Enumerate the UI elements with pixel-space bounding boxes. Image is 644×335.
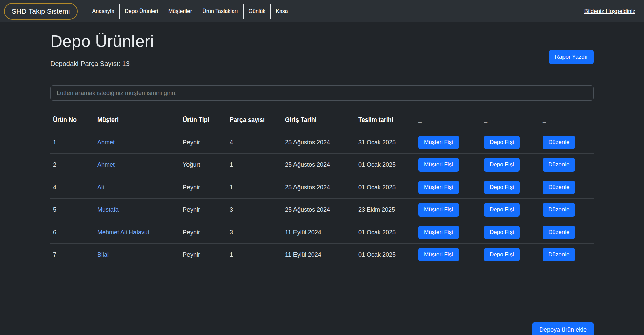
cell-parca-sayisi: 1: [227, 176, 282, 199]
column-header-5: Teslim tarihi: [356, 108, 416, 131]
customer-link[interactable]: Bilal: [97, 251, 109, 258]
cell-action-2: Düzenle: [540, 221, 594, 244]
page-title: Depo Ürünleri: [50, 31, 154, 51]
print-report-button[interactable]: Rapor Yazdır: [549, 50, 594, 64]
cell-musteri: Mustafa: [95, 199, 180, 221]
cell-action-1: Depo Fişi: [481, 221, 540, 244]
cell-urun-tipi: Peynir: [180, 244, 227, 266]
cell-teslim-tarihi: 01 Ocak 2025: [356, 221, 416, 244]
cell-action-1: Depo Fişi: [481, 176, 540, 199]
warehouse-receipt-button[interactable]: Depo Fişi: [484, 158, 520, 172]
cell-urun-no: 6: [50, 221, 95, 244]
edit-button[interactable]: Düzenle: [543, 248, 575, 261]
cell-urun-no: 5: [50, 199, 95, 221]
cell-urun-tipi: Peynir: [180, 221, 227, 244]
cell-parca-sayisi: 3: [227, 221, 282, 244]
table-head: Ürün NoMüşteriÜrün TipiParça sayısıGiriş…: [50, 108, 594, 131]
customer-link[interactable]: Mehmet Ali Halavut: [97, 229, 149, 236]
cell-parca-sayisi: 3: [227, 199, 282, 221]
customer-receipt-button[interactable]: Müşteri Fişi: [418, 181, 459, 194]
cell-action-2: Düzenle: [540, 244, 594, 266]
page-header: Depo Ürünleri Depodaki Parça Sayısı: 13 …: [50, 31, 594, 68]
table-row: 5MustafaPeynir325 Ağustos 202423 Ekim 20…: [50, 199, 594, 221]
table-header-row: Ürün NoMüşteriÜrün TipiParça sayısıGiriş…: [50, 108, 594, 131]
part-count-subtitle: Depodaki Parça Sayısı: 13: [50, 60, 154, 68]
warehouse-receipt-button[interactable]: Depo Fişi: [484, 181, 520, 194]
table-body: 1AhmetPeynir425 Ağustos 202431 Ocak 2025…: [50, 131, 594, 266]
cell-action-0: Müşteri Fişi: [416, 199, 481, 221]
cell-musteri: Bilal: [95, 244, 180, 266]
warehouse-receipt-button[interactable]: Depo Fişi: [484, 136, 520, 149]
cell-action-0: Müşteri Fişi: [416, 176, 481, 199]
cell-action-0: Müşteri Fişi: [416, 131, 481, 154]
customer-link[interactable]: Ali: [97, 184, 104, 191]
cell-urun-tipi: Peynir: [180, 176, 227, 199]
customer-link[interactable]: Ahmet: [97, 161, 115, 168]
cell-giris-tarihi: 11 Eylül 2024: [282, 221, 356, 244]
cell-musteri: Mehmet Ali Halavut: [95, 221, 180, 244]
cell-action-1: Depo Fişi: [481, 131, 540, 154]
table-row: 6Mehmet Ali HalavutPeynir311 Eylül 20240…: [50, 221, 594, 244]
table-row: 7BilalPeynir111 Eylül 202401 Ocak 2025Mü…: [50, 244, 594, 266]
cell-action-2: Düzenle: [540, 131, 594, 154]
column-header-3: Parça sayısı: [227, 108, 282, 131]
customer-receipt-button[interactable]: Müşteri Fişi: [418, 203, 459, 217]
title-block: Depo Ürünleri Depodaki Parça Sayısı: 13: [50, 31, 154, 68]
cell-urun-tipi: Peynir: [180, 199, 227, 221]
cell-action-2: Düzenle: [540, 199, 594, 221]
cell-parca-sayisi: 1: [227, 244, 282, 266]
warehouse-receipt-button[interactable]: Depo Fişi: [484, 203, 520, 217]
warehouse-products-table: Ürün NoMüşteriÜrün TipiParça sayısıGiriş…: [50, 108, 594, 266]
welcome-link[interactable]: Bildeniz Hoşgeldiniz: [584, 8, 635, 15]
top-navbar: SHD Takip Sistemi AnasayfaDepo ÜrünleriM…: [0, 0, 644, 22]
cell-teslim-tarihi: 01 Ocak 2025: [356, 176, 416, 199]
edit-button[interactable]: Düzenle: [543, 203, 575, 217]
edit-button[interactable]: Düzenle: [543, 181, 575, 194]
cell-action-1: Depo Fişi: [481, 244, 540, 266]
cell-giris-tarihi: 25 Ağustos 2024: [282, 131, 356, 154]
brand-logo[interactable]: SHD Takip Sistemi: [4, 3, 78, 20]
customer-receipt-button[interactable]: Müşteri Fişi: [418, 226, 459, 239]
customer-link[interactable]: Mustafa: [97, 206, 119, 213]
nav-item-anasayfa[interactable]: Anasayfa: [87, 4, 120, 19]
cell-action-1: Depo Fişi: [481, 154, 540, 176]
table-row: 2AhmetYoğurt125 Ağustos 202401 Ocak 2025…: [50, 154, 594, 176]
nav-item-musteriler[interactable]: Müşteriler: [163, 4, 197, 19]
customer-receipt-button[interactable]: Müşteri Fişi: [418, 158, 459, 172]
cell-urun-tipi: Yoğurt: [180, 154, 227, 176]
cell-parca-sayisi: 1: [227, 154, 282, 176]
cell-action-2: Düzenle: [540, 176, 594, 199]
main-menu: AnasayfaDepo ÜrünleriMüşterilerÜrün Tasl…: [87, 4, 293, 19]
cell-giris-tarihi: 25 Ağustos 2024: [282, 199, 356, 221]
cell-urun-no: 4: [50, 176, 95, 199]
cell-teslim-tarihi: 31 Ocak 2025: [356, 131, 416, 154]
cell-urun-no: 2: [50, 154, 95, 176]
customer-link[interactable]: Ahmet: [97, 139, 115, 146]
cell-musteri: Ahmet: [95, 154, 180, 176]
cell-action-1: Depo Fişi: [481, 199, 540, 221]
warehouse-receipt-button[interactable]: Depo Fişi: [484, 226, 520, 239]
column-header-1: Müşteri: [95, 108, 180, 131]
customer-receipt-button[interactable]: Müşteri Fişi: [418, 248, 459, 261]
nav-item-urun-taslaklari[interactable]: Ürün Taslakları: [197, 4, 243, 19]
edit-button[interactable]: Düzenle: [543, 136, 575, 149]
cell-urun-no: 1: [50, 131, 95, 154]
nav-item-kasa[interactable]: Kasa: [271, 4, 293, 19]
column-header-7: _: [481, 108, 540, 131]
edit-button[interactable]: Düzenle: [543, 226, 575, 239]
nav-item-depo-urunleri[interactable]: Depo Ürünleri: [120, 4, 163, 19]
cell-action-0: Müşteri Fişi: [416, 244, 481, 266]
column-header-4: Giriş Tarihi: [282, 108, 356, 131]
warehouse-receipt-button[interactable]: Depo Fişi: [484, 248, 520, 261]
cell-action-0: Müşteri Fişi: [416, 221, 481, 244]
cell-giris-tarihi: 25 Ağustos 2024: [282, 176, 356, 199]
add-to-warehouse-button[interactable]: Depoya ürün ekle: [532, 322, 594, 335]
customer-search-input[interactable]: [50, 85, 594, 101]
column-header-0: Ürün No: [50, 108, 95, 131]
customer-receipt-button[interactable]: Müşteri Fişi: [418, 136, 459, 149]
column-header-8: _: [540, 108, 594, 131]
table-row: 4AliPeynir125 Ağustos 202401 Ocak 2025Mü…: [50, 176, 594, 199]
nav-item-gunluk[interactable]: Günlük: [244, 4, 271, 19]
cell-teslim-tarihi: 01 Ocak 2025: [356, 244, 416, 266]
edit-button[interactable]: Düzenle: [543, 158, 575, 172]
